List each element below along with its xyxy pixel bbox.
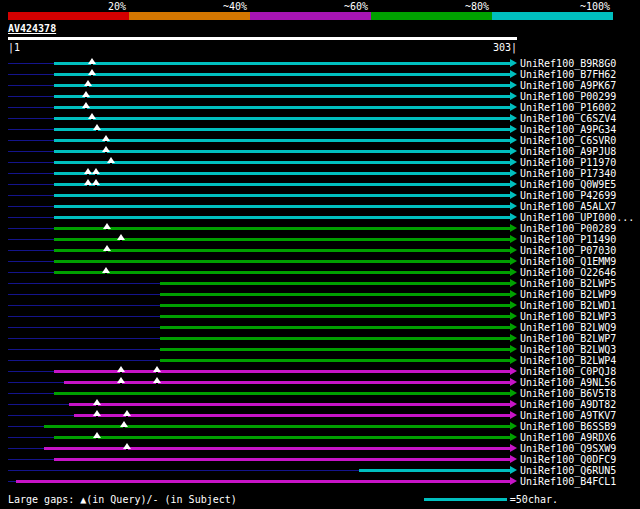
hit-label[interactable]: UniRef100_B2LWQ3 <box>520 344 616 355</box>
hit-label[interactable]: UniRef100_A9PK67 <box>520 80 616 91</box>
hit-bar-arrowhead <box>510 92 517 100</box>
hit-bar[interactable] <box>44 425 510 428</box>
hit-bar[interactable] <box>160 348 510 351</box>
hit-label[interactable]: UniRef100_B2LWP7 <box>520 333 616 344</box>
hit-label[interactable]: UniRef100_A9RDX6 <box>520 432 616 443</box>
hit-label[interactable]: UniRef100_P00289 <box>520 223 616 234</box>
hit-bar[interactable] <box>69 403 510 406</box>
hit-row: UniRef100_C0PQJ8 <box>0 366 640 377</box>
hit-bar[interactable] <box>54 458 510 461</box>
hit-bar[interactable] <box>54 249 510 252</box>
hit-bar[interactable] <box>54 194 510 197</box>
leader-line <box>8 129 54 130</box>
hit-bar[interactable] <box>160 315 510 318</box>
hit-label[interactable]: UniRef100_B4FCL1 <box>520 476 616 487</box>
hit-bar[interactable] <box>54 227 510 230</box>
hit-bar[interactable] <box>54 139 510 142</box>
hit-bar[interactable] <box>54 84 510 87</box>
hit-label[interactable]: UniRef100_A9NL56 <box>520 377 616 388</box>
hit-bar[interactable] <box>16 480 510 483</box>
query-gap-marker <box>93 124 101 130</box>
hit-row: UniRef100_P00289 <box>0 223 640 234</box>
hit-bar[interactable] <box>54 271 510 274</box>
leader-line <box>8 316 160 317</box>
hit-label[interactable]: UniRef100_B2LWQ9 <box>520 322 616 333</box>
hit-bar[interactable] <box>54 205 510 208</box>
hit-bar[interactable] <box>54 436 510 439</box>
hit-bar[interactable] <box>54 95 510 98</box>
hit-bar[interactable] <box>160 293 510 296</box>
hit-bar-arrowhead <box>510 268 517 276</box>
hit-bar[interactable] <box>54 216 510 219</box>
hit-label[interactable]: UniRef100_B2LWP5 <box>520 278 616 289</box>
hit-label[interactable]: UniRef100_Q6RUN5 <box>520 465 616 476</box>
hit-label[interactable]: UniRef100_A9DT82 <box>520 399 616 410</box>
hit-bar-arrowhead <box>510 345 517 353</box>
hit-bar[interactable] <box>54 183 510 186</box>
hit-bar[interactable] <box>54 260 510 263</box>
hit-bar[interactable] <box>54 161 510 164</box>
leader-line <box>8 140 54 141</box>
hit-bar-arrowhead <box>510 59 517 67</box>
hit-label[interactable]: UniRef100_A9PG34 <box>520 124 616 135</box>
hit-bar[interactable] <box>54 172 510 175</box>
hit-label[interactable]: UniRef100_B6SSB9 <box>520 421 616 432</box>
hit-row: UniRef100_B2LWQ9 <box>0 322 640 333</box>
hit-label[interactable]: UniRef100_Q0W9E5 <box>520 179 616 190</box>
hit-label[interactable]: UniRef100_P42699 <box>520 190 616 201</box>
hit-row: UniRef100_Q9SXW9 <box>0 443 640 454</box>
hit-label[interactable]: UniRef100_A5ALX7 <box>520 201 616 212</box>
hit-bar[interactable] <box>54 106 510 109</box>
leader-line <box>8 349 160 350</box>
hit-label[interactable]: UniRef100_P17340 <box>520 168 616 179</box>
hit-label[interactable]: UniRef100_UPI000... <box>520 212 634 223</box>
hit-bar-arrowhead <box>510 70 517 78</box>
leader-line <box>8 195 54 196</box>
hit-label[interactable]: UniRef100_A9PJU8 <box>520 146 616 157</box>
hit-bar[interactable] <box>54 73 510 76</box>
hit-bar-arrowhead <box>510 125 517 133</box>
hit-label[interactable]: UniRef100_P11970 <box>520 157 616 168</box>
hit-bar[interactable] <box>160 326 510 329</box>
hit-label[interactable]: UniRef100_B2LWD1 <box>520 300 616 311</box>
leader-line <box>8 294 160 295</box>
hit-label[interactable]: UniRef100_P07030 <box>520 245 616 256</box>
hit-bar[interactable] <box>160 359 510 362</box>
hit-label[interactable]: UniRef100_B7FH62 <box>520 69 616 80</box>
hit-label[interactable]: UniRef100_P00299 <box>520 91 616 102</box>
query-gap-marker <box>102 146 110 152</box>
hit-bar[interactable] <box>64 381 510 384</box>
hit-row: UniRef100_B7FH62 <box>0 69 640 80</box>
hit-bar[interactable] <box>160 304 510 307</box>
hit-label[interactable]: UniRef100_B2LWP3 <box>520 311 616 322</box>
hit-bar[interactable] <box>74 414 510 417</box>
hit-label[interactable]: UniRef100_A9TKV7 <box>520 410 616 421</box>
leader-line <box>8 371 54 372</box>
hit-label[interactable]: UniRef100_C0PQJ8 <box>520 366 616 377</box>
hit-bar[interactable] <box>54 62 510 65</box>
hit-bar[interactable] <box>160 282 510 285</box>
query-gap-marker <box>84 168 92 174</box>
hit-bar[interactable] <box>54 128 510 131</box>
hit-label[interactable]: UniRef100_O22646 <box>520 267 616 278</box>
hit-label[interactable]: UniRef100_B2LWP4 <box>520 355 616 366</box>
hit-label[interactable]: UniRef100_Q9SXW9 <box>520 443 616 454</box>
hit-bar[interactable] <box>44 447 510 450</box>
hit-label[interactable]: UniRef100_Q0DFC9 <box>520 454 616 465</box>
hit-bar[interactable] <box>54 117 510 120</box>
hit-label[interactable]: UniRef100_C6SVR0 <box>520 135 616 146</box>
hit-bar[interactable] <box>54 150 510 153</box>
hit-label[interactable]: UniRef100_P16002 <box>520 102 616 113</box>
hit-bar[interactable] <box>54 392 510 395</box>
hit-label[interactable]: UniRef100_B6V5T8 <box>520 388 616 399</box>
hit-label[interactable]: UniRef100_B2LWP9 <box>520 289 616 300</box>
query-gap-marker <box>84 179 92 185</box>
hit-label[interactable]: UniRef100_C6SZV4 <box>520 113 616 124</box>
hit-label[interactable]: UniRef100_P11490 <box>520 234 616 245</box>
hit-bar[interactable] <box>160 337 510 340</box>
hit-label[interactable]: UniRef100_B9R8G0 <box>520 58 616 69</box>
hit-label[interactable]: UniRef100_Q1EMM9 <box>520 256 616 267</box>
hit-bar[interactable] <box>359 469 510 472</box>
query-gap-marker <box>103 223 111 229</box>
identity-scale-label: ~40% <box>129 1 250 12</box>
